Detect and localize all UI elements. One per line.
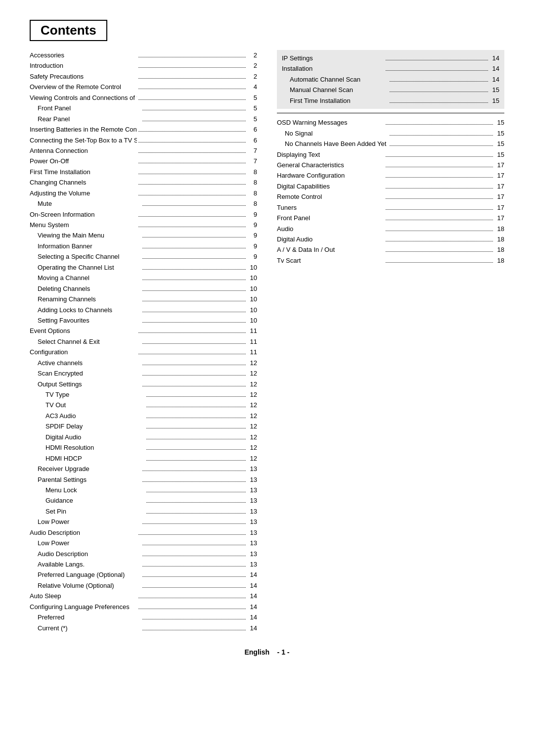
toc-label: Rear Panel	[38, 114, 141, 124]
toc-label: OSD Warning Messages	[277, 117, 384, 128]
toc-page: 4	[247, 82, 257, 92]
toc-entry: HDMI HDCP12	[30, 453, 257, 464]
toc-entry: Remote Control17	[277, 191, 504, 202]
toc-label: Low Power	[38, 517, 141, 527]
toc-entry: First Time Installation8	[30, 167, 257, 177]
toc-page: 5	[247, 103, 257, 113]
toc-page: 11	[247, 326, 257, 336]
toc-page: 12	[247, 432, 257, 442]
toc-entry: Set Pin13	[30, 506, 257, 517]
toc-label: Overview of the Remote Control	[30, 82, 137, 92]
toc-dots	[386, 209, 493, 210]
toc-page: 17	[494, 191, 504, 202]
toc-entry: Mute8	[30, 198, 257, 209]
toc-label: Guidance	[45, 495, 145, 506]
toc-dots	[146, 407, 246, 407]
toc-entry: Relative Volume (Optional)14	[30, 580, 257, 591]
toc-entry: AC3 Audio12	[30, 411, 257, 421]
toc-dots	[138, 78, 246, 79]
toc-entry: Changing Channels8	[30, 177, 257, 188]
toc-label: Safety Precautions	[30, 71, 137, 82]
toc-entry: Installation14	[282, 63, 499, 74]
toc-label: Antenna Connection	[30, 145, 137, 156]
toc-page: 10	[247, 262, 257, 273]
toc-dots	[138, 57, 246, 57]
toc-entry: HDMI Resolution12	[30, 442, 257, 453]
toc-dots	[142, 248, 246, 248]
toc-label: Parental Settings	[38, 474, 141, 485]
toc-dots	[142, 630, 246, 630]
toc-page: 13	[247, 549, 257, 559]
toc-label: Set Pin	[45, 506, 145, 517]
footer: English - 1 -	[30, 648, 504, 656]
toc-page: 17	[494, 181, 504, 191]
toc-entry: Parental Settings13	[30, 474, 257, 485]
toc-page: 13	[247, 527, 257, 538]
toc-page: 8	[247, 188, 257, 198]
toc-entry: A / V & Data In / Out18	[277, 244, 504, 255]
toc-page: 8	[247, 177, 257, 188]
toc-entry: Accessories2	[30, 50, 257, 60]
toc-dots	[138, 195, 246, 195]
toc-columns: Accessories2Introduction2Safety Precauti…	[30, 50, 504, 633]
toc-label: Tv Scart	[277, 255, 384, 266]
toc-dots	[138, 184, 246, 185]
toc-entry: Audio18	[277, 224, 504, 234]
toc-dots	[386, 124, 493, 125]
toc-label: Automatic Channel Scan	[290, 74, 388, 85]
toc-page: 11	[247, 336, 257, 347]
toc-entry: Antenna Connection7	[30, 145, 257, 156]
toc-page: 15	[494, 139, 504, 149]
toc-entry: Preferred Language (Optional)14	[30, 569, 257, 580]
toc-page: 9	[247, 241, 257, 251]
toc-dots	[142, 269, 246, 270]
toc-dots	[142, 619, 246, 619]
toc-dots	[146, 428, 246, 428]
toc-dots	[390, 92, 488, 92]
toc-page: 6	[247, 135, 257, 145]
toc-label: First Time Installation	[290, 95, 388, 106]
toc-label: Changing Channels	[30, 177, 137, 188]
toc-entry: Configuring Language Preferences14	[30, 602, 257, 612]
toc-entry: TV Out12	[30, 400, 257, 410]
toc-page: 13	[247, 506, 257, 517]
toc-label: Auto Sleep	[30, 591, 137, 601]
toc-right-column: IP Settings14Installation14Automatic Cha…	[277, 50, 504, 266]
toc-page: 9	[247, 209, 257, 220]
toc-entry: Safety Precautions2	[30, 71, 257, 82]
toc-entry: Front Panel5	[30, 103, 257, 113]
toc-page: 17	[494, 213, 504, 223]
toc-entry: Tuners17	[277, 202, 504, 213]
toc-page: 18	[494, 224, 504, 234]
toc-dots	[142, 312, 246, 312]
toc-entry: Digital Capabilities17	[277, 181, 504, 191]
toc-page: 2	[247, 60, 257, 71]
toc-page: 7	[247, 145, 257, 156]
toc-entry: Displaying Text15	[277, 149, 504, 160]
toc-entry: Rear Panel5	[30, 114, 257, 124]
toc-entry: Audio Description13	[30, 527, 257, 538]
toc-entry: Preferred14	[30, 612, 257, 622]
toc-label: HDMI HDCP	[45, 453, 145, 464]
toc-page: 5	[247, 93, 257, 103]
toc-page: 12	[247, 421, 257, 431]
toc-entry: Active channels12	[30, 358, 257, 368]
toc-dots	[390, 102, 488, 103]
toc-dots	[386, 231, 493, 231]
toc-dots	[142, 386, 246, 386]
toc-dots	[138, 216, 246, 217]
toc-label: Receiver Upgrade	[38, 464, 141, 474]
toc-entry: Overview of the Remote Control4	[30, 82, 257, 92]
toc-dots	[142, 545, 246, 545]
toc-dots	[146, 439, 246, 439]
toc-label: Menu Lock	[45, 485, 145, 495]
toc-page: 12	[247, 379, 257, 389]
toc-page: 13	[247, 495, 257, 506]
toc-dots	[142, 237, 246, 237]
toc-label: AC3 Audio	[45, 411, 145, 421]
toc-entry: Auto Sleep14	[30, 591, 257, 601]
page-container: Contents Accessories2Introduction2Safety…	[30, 20, 504, 656]
toc-dots	[138, 67, 246, 68]
toc-label: Remote Control	[277, 191, 384, 202]
toc-entry: OSD Warning Messages15	[277, 117, 504, 128]
